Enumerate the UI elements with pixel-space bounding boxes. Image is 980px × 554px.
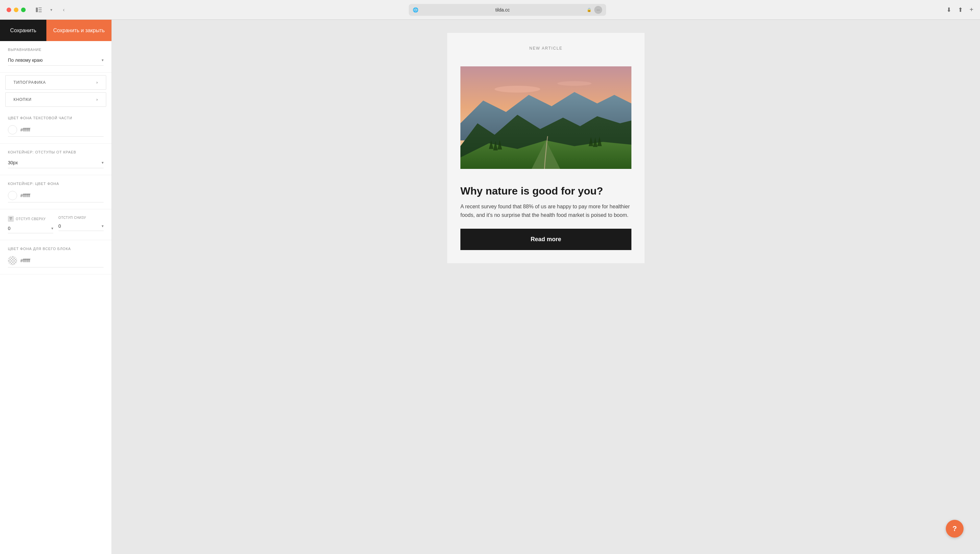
maximize-button[interactable] — [21, 8, 26, 12]
margin-bottom-value: 0 — [59, 223, 61, 229]
margin-row: ОТСТУП СВЕРХУ 0 ▾ ОТСТУП СНИЗУ 0 ▾ — [8, 216, 104, 233]
alignment-value: По левому краю — [8, 57, 43, 63]
margin-bottom-dropdown[interactable]: 0 ▾ — [59, 221, 104, 231]
download-icon[interactable]: ⬇ — [946, 6, 951, 13]
margin-top-dropdown[interactable]: 0 ▾ — [8, 224, 53, 233]
more-options-icon[interactable]: ··· — [594, 6, 602, 14]
block-bg-swatch[interactable] — [8, 256, 17, 265]
text-bg-color-row: #ffffff — [8, 123, 104, 137]
margin-top-arrow: ▾ — [51, 226, 53, 231]
settings-sidebar: Сохранить Сохранить и закрыть ВЫРАВНИВАН… — [0, 20, 112, 554]
container-bg-section: КОНТЕЙНЕР: ЦВЕТ ФОНА #ffffff — [0, 175, 112, 209]
svg-rect-3 — [38, 11, 42, 12]
window-chrome: ▾ ‹ 🌐 tilda.cc 🔒 ··· ⬇ ⬆ + — [0, 0, 980, 20]
text-bg-swatch[interactable] — [8, 125, 17, 134]
address-bar[interactable]: 🌐 tilda.cc 🔒 ··· — [409, 4, 606, 16]
address-bar-container: 🌐 tilda.cc 🔒 ··· — [73, 4, 941, 16]
page-preview: NEW ARTICLE — [447, 33, 645, 263]
margin-top-icon — [8, 216, 14, 222]
save-close-button[interactable]: Сохранить и закрыть — [46, 20, 112, 41]
text-bg-hex: #ffffff — [21, 127, 30, 132]
typography-menu-item[interactable]: ТИПОГРАФИКА › — [5, 75, 106, 90]
margin-bottom-label: ОТСТУП СНИЗУ — [59, 216, 86, 220]
margins-section: ОТСТУП СВЕРХУ 0 ▾ ОТСТУП СНИЗУ 0 ▾ — [0, 209, 112, 240]
traffic-lights — [6, 8, 26, 12]
margin-bottom-arrow: ▾ — [102, 224, 104, 228]
text-bg-label: ЦВЕТ ФОНА ТЕКСТОВОЙ ЧАСТИ — [8, 116, 104, 120]
alignment-section: ВЫРАВНИВАНИЕ По левому краю ▾ — [0, 41, 112, 73]
margin-top-value: 0 — [8, 226, 11, 231]
block-bg-hex: #ffffff — [21, 258, 30, 263]
margin-bottom-label-row: ОТСТУП СНИЗУ — [59, 216, 104, 220]
share-icon[interactable]: ⬆ — [958, 6, 963, 13]
close-button[interactable] — [6, 8, 11, 12]
buttons-chevron-icon: › — [96, 97, 98, 102]
container-padding-label: КОНТЕЙНЕР: ОТСТУПЫ ОТ КРАЕВ — [8, 150, 104, 154]
margin-top-label: ОТСТУП СВЕРХУ — [16, 217, 46, 221]
svg-rect-2 — [38, 10, 42, 10]
read-more-button[interactable]: Read more — [460, 229, 631, 250]
svg-rect-0 — [36, 8, 38, 12]
buttons-menu-item[interactable]: КНОПКИ › — [5, 92, 106, 107]
article-category-label: NEW ARTICLE — [460, 46, 631, 51]
alignment-label: ВЫРАВНИВАНИЕ — [8, 48, 104, 52]
block-bg-label: ЦВЕТ ФОНА ДЛЯ ВСЕГО БЛОКА — [8, 247, 104, 251]
chrome-right-icons: ⬇ ⬆ + — [946, 6, 974, 13]
alignment-dropdown-arrow: ▾ — [102, 58, 104, 62]
back-icon[interactable]: ‹ — [59, 5, 69, 14]
add-tab-icon[interactable]: + — [969, 6, 974, 13]
lock-icon: 🔒 — [587, 8, 592, 12]
block-bg-color-row: #ffffff — [8, 254, 104, 267]
container-padding-dropdown[interactable]: 30px ▾ — [8, 158, 104, 168]
margin-top-label-row: ОТСТУП СВЕРХУ — [8, 216, 53, 222]
chrome-icon-group: ▾ ‹ — [34, 5, 69, 14]
article-image — [460, 59, 631, 177]
svg-point-8 — [557, 81, 592, 86]
container-bg-swatch[interactable] — [8, 191, 17, 200]
container-padding-section: КОНТЕЙНЕР: ОТСТУПЫ ОТ КРАЕВ 30px ▾ — [0, 143, 112, 175]
block-bg-section: ЦВЕТ ФОНА ДЛЯ ВСЕГО БЛОКА #ffffff — [0, 240, 112, 274]
url-text: tilda.cc — [421, 7, 584, 13]
article-title: Why nature is good for you? — [460, 185, 631, 197]
globe-icon: 🌐 — [413, 7, 418, 13]
typography-chevron-icon: › — [96, 80, 98, 85]
minimize-button[interactable] — [14, 8, 18, 12]
svg-point-7 — [495, 86, 540, 93]
margin-top-item: ОТСТУП СВЕРХУ 0 ▾ — [8, 216, 53, 233]
container-bg-color-row: #ffffff — [8, 189, 104, 202]
svg-rect-4 — [10, 218, 12, 218]
container-padding-arrow: ▾ — [102, 160, 104, 165]
typography-label: ТИПОГРАФИКА — [13, 80, 46, 85]
text-bg-section: ЦВЕТ ФОНА ТЕКСТОВОЙ ЧАСТИ #ffffff — [0, 110, 112, 143]
chevron-down-icon[interactable]: ▾ — [47, 5, 56, 14]
svg-rect-1 — [38, 8, 42, 8]
article-body: A recent survey found that 88% of us are… — [460, 202, 631, 219]
alignment-dropdown[interactable]: По левому краю ▾ — [8, 55, 104, 66]
save-button[interactable]: Сохранить — [0, 20, 46, 41]
buttons-label: КНОПКИ — [13, 97, 32, 102]
sidebar-toolbar: Сохранить Сохранить и закрыть — [0, 20, 112, 41]
container-bg-label: КОНТЕЙНЕР: ЦВЕТ ФОНА — [8, 182, 104, 186]
margin-bottom-item: ОТСТУП СНИЗУ 0 ▾ — [59, 216, 104, 233]
sidebar-toggle-icon[interactable] — [34, 5, 43, 14]
container-bg-hex: #ffffff — [21, 193, 30, 198]
help-button[interactable]: ? — [946, 520, 964, 538]
main-content: NEW ARTICLE — [112, 20, 980, 554]
container-padding-value: 30px — [8, 160, 18, 165]
